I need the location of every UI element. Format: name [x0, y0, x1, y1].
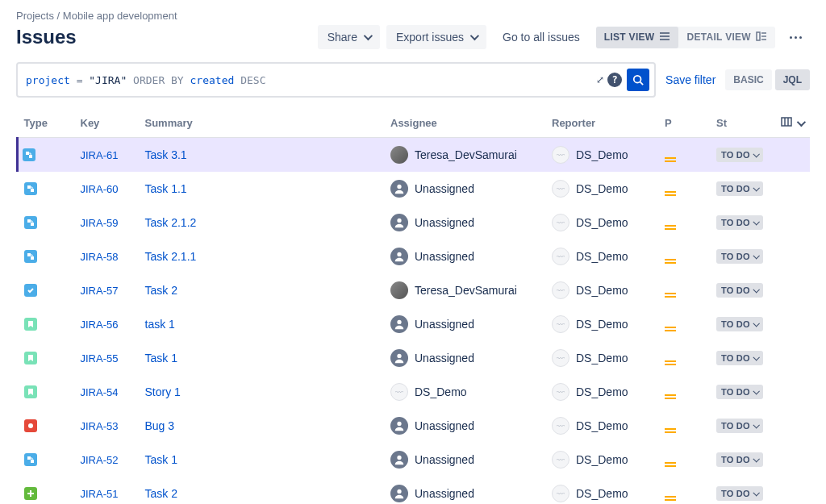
- status-badge[interactable]: TO DO: [716, 385, 763, 399]
- list-view-label: LIST VIEW: [604, 31, 655, 43]
- svg-rect-18: [31, 223, 34, 226]
- svg-rect-3: [757, 32, 760, 40]
- issue-key-link[interactable]: JIRA-52: [81, 454, 119, 466]
- issue-key-link[interactable]: JIRA-61: [81, 149, 119, 161]
- svg-point-29: [397, 456, 401, 460]
- col-header-assignee[interactable]: Assignee: [384, 109, 545, 138]
- status-badge[interactable]: TO DO: [716, 486, 763, 501]
- svg-rect-12: [26, 152, 29, 155]
- status-badge[interactable]: TO DO: [716, 181, 763, 196]
- save-filter-link[interactable]: Save filter: [665, 73, 715, 86]
- issue-key-link[interactable]: JIRA-53: [81, 420, 119, 432]
- reporter-cell: DS_Demo: [552, 451, 652, 469]
- priority-medium-icon: [665, 428, 676, 433]
- search-submit-button[interactable]: [627, 69, 649, 91]
- issue-summary-link[interactable]: Task 2: [145, 487, 177, 500]
- table-row[interactable]: JIRA-51Task 2UnassignedDS_DemoTO DO: [18, 477, 811, 504]
- expand-icon[interactable]: ⤢: [596, 74, 603, 85]
- list-view-button[interactable]: LIST VIEW: [596, 27, 679, 48]
- avatar-user-icon: [390, 281, 408, 299]
- reporter-name: DS_Demo: [576, 182, 628, 195]
- col-header-priority[interactable]: P: [658, 109, 710, 138]
- query-mode-toggle: BASIC JQL: [725, 69, 810, 90]
- issue-key-link[interactable]: JIRA-59: [81, 217, 119, 229]
- issue-key-link[interactable]: JIRA-60: [81, 183, 119, 195]
- table-row[interactable]: JIRA-55Task 1UnassignedDS_DemoTO DO: [18, 341, 811, 375]
- jql-mode-button[interactable]: JQL: [775, 69, 810, 90]
- status-badge[interactable]: TO DO: [716, 419, 763, 433]
- status-badge[interactable]: TO DO: [716, 351, 763, 365]
- col-header-reporter[interactable]: Reporter: [545, 109, 658, 138]
- basic-mode-button[interactable]: BASIC: [725, 69, 771, 90]
- assignee-name: Unassigned: [415, 182, 474, 195]
- issue-summary-link[interactable]: Task 1.1: [145, 182, 187, 195]
- issue-type-icon: [24, 487, 37, 500]
- table-row[interactable]: JIRA-59Task 2.1.2UnassignedDS_DemoTO DO: [18, 206, 811, 240]
- detail-view-icon: [756, 31, 767, 44]
- breadcrumb-project[interactable]: Mobile app development: [63, 10, 177, 22]
- table-row[interactable]: JIRA-57Task 2Teresa_DevSamuraiDS_DemoTO …: [18, 273, 811, 307]
- issue-summary-link[interactable]: Task 2.1.2: [145, 216, 197, 229]
- issue-summary-link[interactable]: Task 2: [145, 284, 177, 297]
- status-badge[interactable]: TO DO: [716, 283, 763, 298]
- table-row[interactable]: JIRA-61Task 3.1Teresa_DevSamuraiDS_DemoT…: [18, 138, 811, 173]
- col-header-summary[interactable]: Summary: [139, 109, 385, 138]
- breadcrumb: Projects / Mobile app development: [16, 10, 810, 22]
- reporter-cell: DS_Demo: [552, 281, 652, 299]
- issue-summary-link[interactable]: Task 1: [145, 352, 177, 364]
- go-to-all-issues-button[interactable]: Go to all issues: [493, 25, 590, 49]
- assignee-cell: Unassigned: [390, 485, 539, 502]
- issue-key-link[interactable]: JIRA-51: [81, 488, 119, 500]
- export-issues-button[interactable]: Export issues: [386, 25, 486, 49]
- col-header-key[interactable]: Key: [74, 109, 139, 138]
- issue-key-link[interactable]: JIRA-57: [81, 285, 119, 297]
- columns-icon: [781, 117, 792, 129]
- issue-summary-link[interactable]: Bug 3: [145, 419, 175, 432]
- issue-summary-link[interactable]: Task 3.1: [145, 148, 187, 161]
- avatar-user-icon: [390, 146, 408, 164]
- reporter-name: DS_Demo: [576, 352, 628, 364]
- svg-point-22: [397, 252, 401, 256]
- table-row[interactable]: JIRA-53Bug 3UnassignedDS_DemoTO DO: [18, 409, 811, 443]
- status-badge[interactable]: TO DO: [716, 148, 763, 162]
- issue-summary-link[interactable]: task 1: [145, 318, 175, 331]
- table-row[interactable]: JIRA-56task 1UnassignedDS_DemoTO DO: [18, 307, 811, 341]
- status-badge[interactable]: TO DO: [716, 249, 763, 264]
- status-badge[interactable]: TO DO: [716, 317, 763, 331]
- breadcrumb-root[interactable]: Projects: [16, 10, 54, 22]
- col-header-status[interactable]: St: [710, 109, 774, 138]
- status-badge[interactable]: TO DO: [716, 452, 763, 467]
- issue-summary-link[interactable]: Story 1: [145, 385, 181, 398]
- issue-key-link[interactable]: JIRA-55: [81, 352, 119, 364]
- table-row[interactable]: JIRA-54Story 1DS_DemoDS_DemoTO DO: [18, 375, 811, 409]
- svg-rect-17: [27, 219, 31, 223]
- chevron-down-icon: [753, 422, 759, 428]
- jql-icon-group: ⤢ ?: [596, 69, 649, 91]
- status-badge[interactable]: TO DO: [716, 215, 763, 230]
- issue-key-link[interactable]: JIRA-58: [81, 251, 119, 263]
- avatar-unassigned-icon: [390, 214, 408, 231]
- columns-picker-th: [774, 109, 810, 138]
- list-view-icon: [659, 31, 670, 44]
- issue-key-link[interactable]: JIRA-56: [81, 319, 119, 331]
- table-row[interactable]: JIRA-60Task 1.1UnassignedDS_DemoTO DO: [18, 172, 811, 206]
- issue-type-icon: [24, 385, 37, 398]
- detail-view-button[interactable]: DETAIL VIEW: [678, 27, 775, 48]
- issue-type-icon: [24, 182, 37, 195]
- table-row[interactable]: JIRA-58Task 2.1.1UnassignedDS_DemoTO DO: [18, 240, 811, 273]
- table-row[interactable]: JIRA-52Task 1UnassignedDS_DemoTO DO: [18, 443, 811, 477]
- jql-input[interactable]: project = "JIRA" ORDER BY created DESC ⤢…: [16, 62, 656, 98]
- issue-key-link[interactable]: JIRA-54: [81, 386, 119, 398]
- assignee-cell: Teresa_DevSamurai: [390, 281, 539, 299]
- help-icon[interactable]: ?: [607, 73, 622, 87]
- reporter-name: DS_Demo: [576, 385, 628, 398]
- share-button[interactable]: Share: [318, 25, 380, 49]
- columns-picker-button[interactable]: [781, 117, 803, 129]
- svg-point-16: [397, 185, 401, 189]
- col-header-type[interactable]: Type: [18, 109, 74, 138]
- svg-rect-14: [27, 185, 31, 189]
- issue-summary-link[interactable]: Task 1: [145, 453, 177, 466]
- chevron-down-icon: [753, 151, 759, 157]
- issue-summary-link[interactable]: Task 2.1.1: [145, 250, 197, 263]
- more-actions-button[interactable]: [782, 30, 810, 45]
